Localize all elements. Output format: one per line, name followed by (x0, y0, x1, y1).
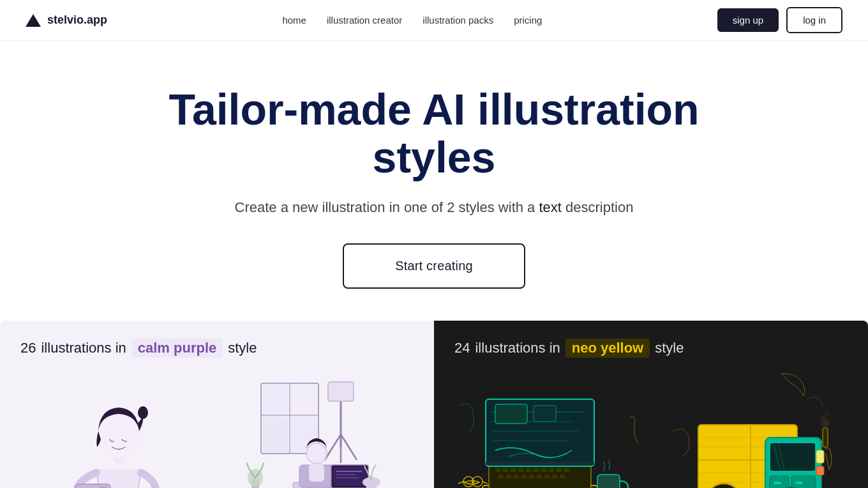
neo-yellow-images (454, 364, 848, 488)
logo-link[interactable]: stelvio.app (26, 13, 107, 27)
neo-suffix: style (655, 340, 684, 356)
svg-rect-23 (328, 382, 354, 401)
subtitle-highlight: text (539, 199, 561, 215)
svg-rect-48 (503, 468, 508, 472)
svg-rect-56 (564, 468, 569, 472)
svg-rect-99 (774, 482, 781, 484)
svg-rect-55 (557, 468, 562, 472)
svg-rect-53 (541, 468, 546, 472)
svg-point-120 (819, 415, 826, 422)
svg-rect-57 (498, 475, 504, 478)
svg-rect-73 (486, 462, 594, 465)
calm-photographer-image (20, 364, 217, 488)
neo-laptop-image (454, 364, 651, 488)
photographer-svg (49, 370, 189, 488)
nav-home[interactable]: home (282, 15, 306, 26)
svg-line-21 (341, 434, 357, 460)
office-svg (242, 370, 389, 488)
calm-purple-pack: 26 illustrations in calm purple style (0, 321, 434, 488)
svg-rect-100 (795, 482, 803, 484)
calm-suffix: style (228, 340, 257, 356)
truck-svg (666, 367, 832, 488)
svg-line-20 (325, 434, 341, 460)
svg-rect-59 (514, 475, 519, 478)
svg-rect-101 (816, 450, 824, 463)
svg-line-79 (483, 482, 488, 484)
calm-prefix: illustrations in (41, 340, 126, 356)
svg-line-78 (458, 482, 463, 484)
logo-icon (26, 14, 41, 27)
nav-illustration-packs[interactable]: illustration packs (423, 15, 493, 26)
svg-rect-74 (597, 475, 620, 488)
svg-rect-49 (511, 468, 516, 472)
hero-subtitle: Create a new illustration in one of 2 st… (26, 197, 842, 218)
neo-yellow-pack-title: 24 illustrations in neo yellow style (454, 339, 848, 358)
svg-rect-58 (506, 475, 511, 478)
svg-rect-72 (534, 406, 556, 422)
login-button[interactable]: log in (786, 7, 842, 33)
svg-rect-15 (262, 385, 288, 414)
svg-rect-32 (309, 464, 324, 482)
svg-rect-50 (518, 468, 523, 472)
illustration-packs-container: 26 illustrations in calm purple style (0, 321, 868, 488)
start-creating-button[interactable]: Start creating (343, 243, 525, 289)
svg-rect-64 (552, 475, 557, 478)
neo-prefix: illustrations in (475, 340, 560, 356)
nav-pricing[interactable]: pricing (514, 15, 542, 26)
calm-office-image (217, 364, 414, 488)
svg-point-10 (138, 406, 148, 419)
hero-title: Tailor-made AI illustration styles (147, 86, 721, 181)
svg-rect-98 (791, 476, 816, 488)
svg-rect-54 (549, 468, 554, 472)
svg-point-121 (825, 411, 830, 416)
svg-rect-60 (521, 475, 527, 478)
brand-name: stelvio.app (47, 13, 107, 27)
svg-rect-61 (529, 475, 534, 478)
svg-rect-62 (537, 475, 542, 478)
subtitle-part1: Create a new illustration in one of 2 st… (235, 199, 535, 215)
svg-rect-51 (526, 468, 531, 472)
neo-yellow-pack: 24 illustrations in neo yellow style (434, 321, 868, 488)
svg-rect-17 (262, 416, 288, 452)
svg-rect-52 (534, 468, 539, 472)
svg-rect-63 (544, 475, 550, 478)
nav-links: home illustration creator illustration p… (282, 15, 542, 26)
svg-rect-16 (291, 385, 317, 414)
calm-purple-pack-title: 26 illustrations in calm purple style (20, 339, 414, 358)
svg-rect-118 (823, 428, 828, 447)
neo-style-name: neo yellow (565, 339, 650, 358)
svg-rect-71 (495, 404, 527, 423)
svg-rect-47 (495, 468, 500, 472)
svg-point-31 (306, 443, 327, 464)
nav-illustration-creator[interactable]: illustration creator (327, 15, 402, 26)
navbar: stelvio.app home illustration creator il… (0, 0, 868, 41)
svg-rect-34 (333, 467, 366, 485)
signup-button[interactable]: sign up (717, 8, 779, 32)
svg-rect-102 (816, 466, 824, 475)
calm-purple-images (20, 364, 414, 488)
subtitle-part2: description (565, 199, 633, 215)
calm-count: 26 (20, 340, 36, 356)
hero-section: Tailor-made AI illustration styles Creat… (0, 41, 868, 321)
svg-rect-65 (560, 475, 565, 478)
neo-truck-image (651, 364, 848, 488)
neo-count: 24 (454, 340, 470, 356)
nav-actions: sign up log in (717, 7, 842, 33)
calm-style-name: calm purple (131, 339, 223, 358)
laptop-svg (457, 367, 648, 488)
